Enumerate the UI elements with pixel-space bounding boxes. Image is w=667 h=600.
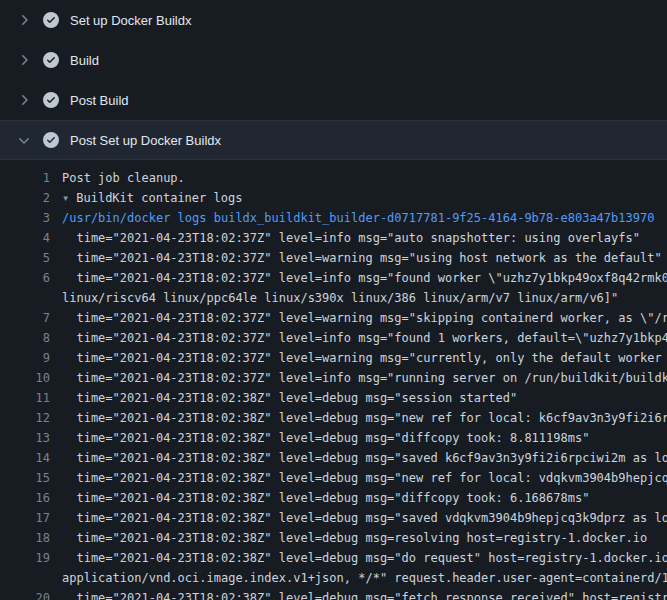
log-line: 17 time="2021-04-23T18:02:38Z" level=deb… — [0, 508, 667, 528]
log-line: 8 time="2021-04-23T18:02:37Z" level=info… — [0, 328, 667, 348]
log-line-text: time="2021-04-23T18:02:38Z" level=debug … — [50, 508, 667, 528]
check-circle-icon — [43, 12, 59, 28]
log-line: linux/riscv64 linux/ppc64le linux/s390x … — [0, 288, 667, 308]
step-section-label: Post Build — [70, 93, 129, 108]
log-line: 12 time="2021-04-23T18:02:38Z" level=deb… — [0, 408, 667, 428]
log-line-number[interactable]: 16 — [0, 488, 50, 508]
log-line-text: Post job cleanup. — [50, 168, 185, 188]
log-line: 10 time="2021-04-23T18:02:37Z" level=inf… — [0, 368, 667, 388]
log-line-text: time="2021-04-23T18:02:38Z" level=debug … — [50, 388, 517, 408]
check-circle-icon — [43, 52, 59, 68]
step-section-header[interactable]: Set up Docker Buildx — [0, 0, 667, 40]
step-section-label: Set up Docker Buildx — [70, 13, 191, 28]
log-body: 1 Post job cleanup. 2 BuildKit container… — [0, 160, 667, 600]
log-line: 14 time="2021-04-23T18:02:38Z" level=deb… — [0, 448, 667, 468]
check-circle-icon — [43, 132, 59, 148]
log-line: 6 time="2021-04-23T18:02:37Z" level=info… — [0, 268, 667, 288]
log-line: 3 /usr/bin/docker logs buildx_buildkit_b… — [0, 208, 667, 228]
log-line-number[interactable]: 2 — [0, 188, 50, 208]
log-line: application/vnd.oci.image.index.v1+json,… — [0, 568, 667, 588]
log-line-number[interactable]: 10 — [0, 368, 50, 388]
log-line-number[interactable] — [0, 568, 50, 588]
log-line: 7 time="2021-04-23T18:02:37Z" level=warn… — [0, 308, 667, 328]
chevron-right-icon[interactable] — [16, 92, 32, 108]
log-line-text: linux/riscv64 linux/ppc64le linux/s390x … — [50, 288, 618, 308]
log-line-text: time="2021-04-23T18:02:37Z" level=info m… — [50, 268, 667, 288]
log-line-number[interactable]: 8 — [0, 328, 50, 348]
log-line-text: time="2021-04-23T18:02:37Z" level=warnin… — [50, 248, 662, 268]
log-line: 5 time="2021-04-23T18:02:37Z" level=warn… — [0, 248, 667, 268]
chevron-right-icon[interactable] — [16, 12, 32, 28]
step-section-header[interactable]: Post Build — [0, 80, 667, 120]
log-line-number[interactable]: 1 — [0, 168, 50, 188]
log-line-number[interactable]: 15 — [0, 468, 50, 488]
log-command-text: /usr/bin/docker logs buildx_buildkit_bui… — [50, 208, 654, 228]
group-toggle-icon[interactable] — [62, 188, 69, 208]
log-line-text: application/vnd.oci.image.index.v1+json,… — [50, 568, 667, 588]
log-line: 11 time="2021-04-23T18:02:38Z" level=deb… — [0, 388, 667, 408]
log-line-number[interactable]: 18 — [0, 528, 50, 548]
log-line-number[interactable]: 20 — [0, 588, 50, 600]
log-line-text: time="2021-04-23T18:02:38Z" level=debug … — [50, 408, 667, 428]
log-line-text: time="2021-04-23T18:02:37Z" level=info m… — [50, 328, 667, 348]
chevron-right-icon[interactable] — [16, 52, 32, 68]
log-line-text: time="2021-04-23T18:02:38Z" level=debug … — [50, 488, 589, 508]
log-line-number[interactable]: 12 — [0, 408, 50, 428]
step-section-header[interactable]: Post Set up Docker Buildx — [0, 120, 667, 160]
step-section-label: Post Set up Docker Buildx — [70, 133, 221, 148]
log-line-text: BuildKit container logs — [50, 188, 242, 208]
chevron-down-icon[interactable] — [16, 132, 32, 148]
log-line-text: time="2021-04-23T18:02:38Z" level=debug … — [50, 468, 667, 488]
log-line: 19 time="2021-04-23T18:02:38Z" level=deb… — [0, 548, 667, 568]
log-line: 13 time="2021-04-23T18:02:38Z" level=deb… — [0, 428, 667, 448]
log-line-text: time="2021-04-23T18:02:37Z" level=warnin… — [50, 308, 667, 328]
log-line-number[interactable]: 11 — [0, 388, 50, 408]
log-line-number[interactable]: 6 — [0, 268, 50, 288]
log-line: 1 Post job cleanup. — [0, 168, 667, 188]
log-line-text: time="2021-04-23T18:02:38Z" level=debug … — [50, 448, 667, 468]
log-line: 20 time="2021-04-23T18:02:38Z" level=deb… — [0, 588, 667, 600]
log-line-number[interactable]: 4 — [0, 228, 50, 248]
log-line-text: time="2021-04-23T18:02:37Z" level=warnin… — [50, 348, 667, 368]
step-section-label: Build — [70, 53, 99, 68]
log-line: 9 time="2021-04-23T18:02:37Z" level=warn… — [0, 348, 667, 368]
log-line: 2 BuildKit container logs — [0, 188, 667, 208]
log-line-text: time="2021-04-23T18:02:38Z" level=debug … — [50, 428, 589, 448]
log-line-text: time="2021-04-23T18:02:37Z" level=info m… — [50, 228, 640, 248]
log-line: 15 time="2021-04-23T18:02:38Z" level=deb… — [0, 468, 667, 488]
log-line-text: time="2021-04-23T18:02:37Z" level=info m… — [50, 368, 667, 388]
log-line: 4 time="2021-04-23T18:02:37Z" level=info… — [0, 228, 667, 248]
log-line-number[interactable]: 3 — [0, 208, 50, 228]
log-line: 18 time="2021-04-23T18:02:38Z" level=deb… — [0, 528, 667, 548]
log-line-text: time="2021-04-23T18:02:38Z" level=debug … — [50, 528, 647, 548]
log-line-number[interactable]: 7 — [0, 308, 50, 328]
check-circle-icon — [43, 92, 59, 108]
log-line-number[interactable]: 13 — [0, 428, 50, 448]
log-line-text: time="2021-04-23T18:02:38Z" level=debug … — [50, 588, 667, 600]
log-line: 16 time="2021-04-23T18:02:38Z" level=deb… — [0, 488, 667, 508]
log-line-text: time="2021-04-23T18:02:38Z" level=debug … — [50, 548, 667, 568]
step-section-header[interactable]: Build — [0, 40, 667, 80]
log-line-number[interactable]: 5 — [0, 248, 50, 268]
log-line-number[interactable]: 9 — [0, 348, 50, 368]
workflow-steps-log: Set up Docker Buildx Build Post Build — [0, 0, 667, 600]
log-group-label[interactable]: BuildKit container logs — [76, 191, 242, 205]
log-line-number[interactable]: 19 — [0, 548, 50, 568]
log-line-number[interactable] — [0, 288, 50, 308]
log-line-number[interactable]: 14 — [0, 448, 50, 468]
log-line-number[interactable]: 17 — [0, 508, 50, 528]
